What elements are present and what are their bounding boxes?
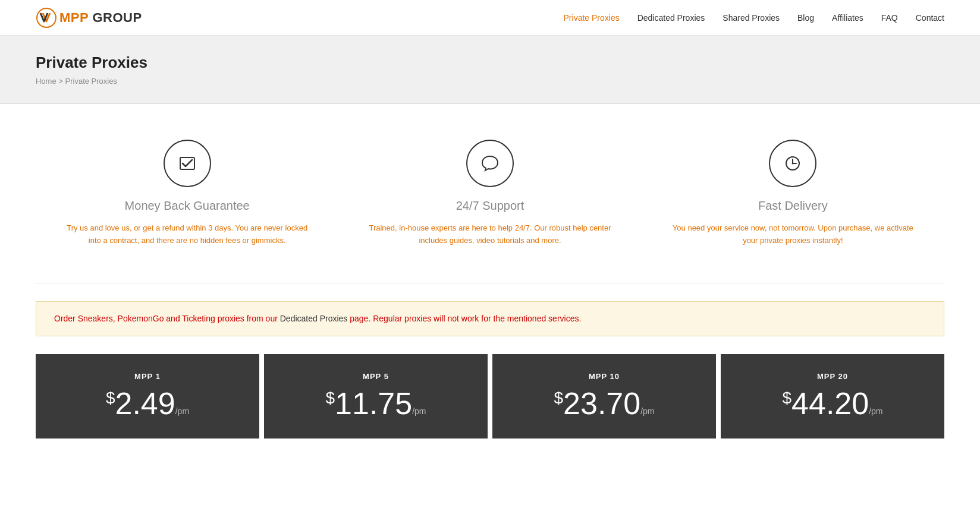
pricing-card-mpp20[interactable]: MPP 20 $44.20/pm [721, 354, 944, 438]
pricing-plan-20: MPP 20 [733, 372, 932, 381]
price-value-20: 44.20 [791, 386, 869, 421]
pricing-card-mpp1[interactable]: MPP 1 $2.49/pm [36, 354, 259, 438]
money-back-icon [164, 140, 211, 187]
per-5: /pm [412, 406, 426, 416]
nav-blog[interactable]: Blog [797, 13, 814, 23]
feature-money-back: Money Back Guarantee Try us and love us,… [36, 140, 338, 247]
nav-shared-proxies[interactable]: Shared Proxies [723, 13, 780, 23]
feature-money-back-desc: Try us and love us, or get a refund with… [59, 222, 315, 247]
nav-affiliates[interactable]: Affiliates [832, 13, 863, 23]
svg-point-5 [792, 163, 794, 165]
pricing-card-mpp5[interactable]: MPP 5 $11.75/pm [264, 354, 488, 438]
feature-money-back-title: Money Back Guarantee [125, 199, 250, 213]
feature-delivery-desc: You need your service now, not tomorrow.… [665, 222, 921, 247]
notice-text-1: Order Sneakers, PokemonGo and Ticketing … [54, 314, 278, 323]
price-value-5: 11.75 [335, 386, 412, 421]
feature-delivery-title: Fast Delivery [758, 199, 828, 213]
currency-1: $ [106, 388, 115, 406]
pricing-plan-10: MPP 10 [504, 372, 704, 381]
support-icon [466, 140, 514, 187]
pricing-price-10: $23.70/pm [504, 387, 704, 421]
notice-dedicated-link[interactable]: Dedicated Proxies [278, 314, 348, 323]
logo-text: MPP GROUP [59, 10, 142, 26]
breadcrumb-separator: > [58, 77, 65, 86]
breadcrumb: Home > Private Proxies [36, 77, 944, 86]
page-title: Private Proxies [36, 53, 944, 72]
pricing-plan-1: MPP 1 [48, 372, 247, 381]
breadcrumb-home[interactable]: Home [36, 77, 56, 86]
per-20: /pm [869, 406, 882, 416]
pricing-price-1: $2.49/pm [48, 387, 247, 421]
nav-dedicated-proxies[interactable]: Dedicated Proxies [637, 13, 705, 23]
pricing-plan-5: MPP 5 [276, 372, 476, 381]
notice-text-2: page. Regular proxies will not work for … [347, 314, 581, 323]
feature-support-desc: Trained, in-house experts are here to he… [362, 222, 617, 247]
breadcrumb-area: Private Proxies Home > Private Proxies [0, 36, 980, 104]
currency-10: $ [554, 388, 563, 406]
feature-support-title: 24/7 Support [456, 199, 524, 213]
pricing-price-20: $44.20/pm [733, 387, 932, 421]
price-value-10: 23.70 [563, 386, 640, 421]
delivery-icon [769, 140, 816, 187]
feature-support: 24/7 Support Trained, in-house experts a… [338, 140, 641, 247]
per-10: /pm [640, 406, 654, 416]
feature-delivery: Fast Delivery You need your service now,… [642, 140, 944, 247]
site-header: MPP GROUP Private Proxies Dedicated Prox… [0, 0, 980, 36]
features-section: Money Back Guarantee Try us and love us,… [0, 104, 980, 271]
nav-faq[interactable]: FAQ [881, 13, 898, 23]
logo[interactable]: MPP GROUP [36, 7, 142, 29]
price-value-1: 2.49 [115, 386, 175, 421]
notice-banner: Order Sneakers, PokemonGo and Ticketing … [36, 301, 944, 336]
currency-20: $ [782, 388, 791, 406]
pricing-card-mpp10[interactable]: MPP 10 $23.70/pm [492, 354, 716, 438]
nav-contact[interactable]: Contact [916, 13, 944, 23]
breadcrumb-current: Private Proxies [65, 77, 117, 86]
nav-private-proxies[interactable]: Private Proxies [564, 13, 620, 23]
logo-icon [36, 7, 57, 29]
pricing-price-5: $11.75/pm [276, 387, 476, 421]
per-1: /pm [175, 406, 189, 416]
section-divider [36, 283, 944, 283]
main-nav: Private Proxies Dedicated Proxies Shared… [564, 13, 944, 23]
currency-5: $ [325, 388, 335, 406]
pricing-section: MPP 1 $2.49/pm MPP 5 $11.75/pm MPP 10 $2… [36, 354, 944, 438]
